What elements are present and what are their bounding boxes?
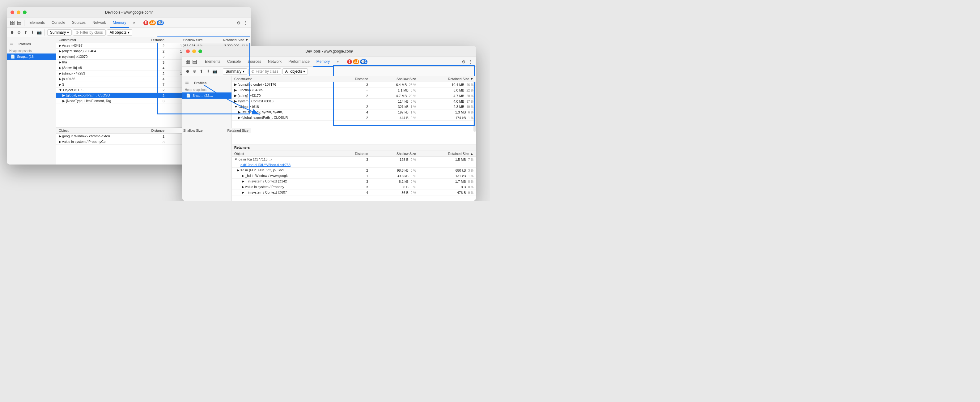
tab-sources-2[interactable]: Sources [245, 57, 264, 67]
th-retained-1: Retained Size ▼ [205, 37, 251, 43]
all-objects-dropdown-2[interactable]: All objects ▾ [282, 69, 308, 75]
maximize-button-2[interactable] [199, 49, 202, 53]
record-icon-2[interactable]: ⏺ [185, 69, 190, 74]
svg-rect-13 [193, 60, 197, 62]
tab-network-2[interactable]: Network [265, 57, 285, 67]
cell-retained: 2.3 MB 10 % [418, 104, 476, 110]
table-row[interactable]: ▶ value in system / Property 3 0 B 0 % 0… [232, 184, 476, 190]
cell-distance: 2 [140, 54, 167, 60]
table-row[interactable]: ▶ Xd in {FOc, H0a, VC, jo, Sbd 2 98.3 kB… [232, 168, 476, 173]
tab-network-1[interactable]: Network [89, 18, 109, 28]
sidebar-adjust-icon-2[interactable]: Profiles [182, 78, 231, 87]
table-row[interactable]: ▶ _ in system / Context @142 3 8.2 kB 0 … [232, 179, 476, 184]
devtools-window-2: DevTools - www.google.com/ Elements Cons… [182, 46, 476, 201]
svg-rect-1 [13, 21, 14, 22]
cell-constructor: ▶ (object shape) ×30404 [56, 49, 140, 54]
svg-rect-12 [188, 62, 190, 64]
stop-icon-1[interactable]: ⊘ [16, 30, 22, 35]
table-row[interactable]: ▶ _hd in Window / www.google 1 39.8 kB 0… [232, 173, 476, 179]
table-row[interactable]: c,dt10nd,eHDfl,YV5bee,d,csi:753 [232, 162, 476, 168]
svg-rect-5 [17, 23, 21, 25]
all-objects-label-2: All objects [285, 69, 302, 73]
tab-sources-1[interactable]: Sources [69, 18, 89, 28]
th-ret-object-2: Object [232, 151, 337, 157]
more-icon-1[interactable]: ⋮ [242, 20, 248, 26]
svg-rect-10 [188, 60, 190, 62]
panel2-icon-1[interactable] [16, 20, 22, 26]
window-controls-2 [186, 49, 202, 53]
table-row[interactable]: ▶ Function ×34385 – 1.1 MB 5 % 5.0 MB 22… [232, 88, 476, 93]
th-distance-1[interactable]: Distance [140, 37, 167, 43]
table-row[interactable]: ▶ system / Context ×3013 – 114 kB 0 % 4.… [232, 99, 476, 104]
cell-object: ▶ value in system / Property [232, 184, 337, 190]
tab-more-2[interactable]: » [334, 57, 342, 67]
cell-distance: 2 [140, 93, 167, 98]
th-distance-2[interactable]: Distance [337, 76, 371, 82]
table-row[interactable]: ▶ _ in system / Context @607 4 36 B 0 % … [232, 190, 476, 195]
filter-label-2: Filter by class [256, 69, 278, 73]
table-row[interactable]: ▶ (compiled code) ×107176 3 6.4 MB 28 % … [232, 82, 476, 88]
th-ret-shallow-2: Shallow Size [371, 151, 418, 157]
panel-icon-2[interactable] [185, 59, 191, 65]
download-icon-1[interactable]: ⬇ [30, 30, 35, 35]
cell-object: ▶ _ in system / Context @142 [232, 179, 337, 184]
cell-distance: 2 [140, 71, 167, 77]
sort-icon-2: ▼ [470, 77, 474, 81]
cell-shallow: 114 kB 0 % [371, 99, 418, 104]
warning-count-1: ⚠ 9 [149, 21, 156, 26]
panel2-icon-2[interactable] [192, 59, 198, 65]
summary-dropdown-2[interactable]: Summary ▾ [223, 69, 247, 75]
cell-distance: 3 [337, 157, 371, 162]
table-row[interactable]: ▼ Object ×1618 2 321 kB 1 % 2.3 MB 10 % [232, 104, 476, 110]
snapshot-item-1[interactable]: 📄 Snap... (16.... [7, 54, 56, 60]
snapshot-item-2[interactable]: 📄 Snap... (22.... [182, 93, 231, 99]
table-row[interactable]: ▶ (string) ×43170 2 4.7 MB 20 % 4.7 MB 2… [232, 93, 476, 99]
close-button-1[interactable] [11, 11, 14, 14]
tab-elements-2[interactable]: Elements [202, 57, 223, 67]
sidebar-adjust-icon-1[interactable]: Profiles [7, 40, 56, 48]
tab-elements-1[interactable]: Elements [26, 18, 48, 28]
error-badge-1: 5 ⚠ 9 💬 2 [143, 21, 164, 26]
stop-icon-2[interactable]: ⊘ [192, 69, 197, 74]
more-icon-2[interactable]: ⋮ [467, 59, 474, 65]
table-row[interactable]: ▼ oa in lKa @177115 ▭ 3 128 B 0 % 1.5 MB… [232, 157, 476, 162]
scrollbar-2[interactable] [474, 76, 476, 132]
maximize-button-1[interactable] [23, 11, 27, 14]
snapshot-icon-2[interactable]: 📷 [212, 69, 218, 74]
th-shallow-1[interactable]: Shallow Size [167, 37, 205, 43]
tab-console-1[interactable]: Console [49, 18, 68, 28]
th-ret-distance-1: Distance [140, 128, 167, 134]
filter-input-2[interactable]: ⊙ Filter by class [248, 69, 281, 75]
th-shallow-2[interactable]: Shallow Size [371, 76, 418, 82]
settings-icon-2[interactable]: ⚙ [460, 59, 467, 65]
upload-icon-1[interactable]: ⬆ [23, 30, 29, 35]
filter-input-1[interactable]: ⊙ Filter by class [73, 29, 105, 35]
snapshot-doc-icon-1: 📄 [11, 54, 15, 59]
tab-memory-1[interactable]: Memory [110, 18, 129, 28]
download-icon-2[interactable]: ⬇ [205, 69, 211, 74]
cell-retained: 131 kB 1 % [418, 173, 476, 179]
upload-icon-2[interactable]: ⬆ [199, 69, 204, 74]
panel-icon-1[interactable] [9, 20, 16, 26]
tab-performance-2[interactable]: Performance [285, 57, 313, 67]
cell-retained: 5.0 MB 22 % [418, 88, 476, 93]
cell-shallow: 6.4 MB 28 % [371, 82, 418, 88]
cell-distance: 2 [337, 93, 371, 99]
summary-dropdown-1[interactable]: Summary ▾ [47, 29, 72, 35]
record-icon-1[interactable]: ⏺ [9, 30, 15, 35]
minimize-button-1[interactable] [17, 11, 21, 14]
tab-memory-2[interactable]: Memory [313, 57, 333, 67]
table-row[interactable]: ▶ {sy1fu, sy2ly, sy39n, sy4fm, 4 197 kB … [232, 110, 476, 115]
all-objects-dropdown-1[interactable]: All objects ▾ [107, 29, 133, 35]
cell-shallow: 197 kB 1 % [371, 110, 418, 115]
tab-console-2[interactable]: Console [224, 57, 244, 67]
tab-more-1[interactable]: » [130, 18, 138, 28]
cell-link[interactable]: c,dt10nd,eHDfl,YV5bee,d,csi:753 [232, 162, 476, 168]
settings-icon-1[interactable]: ⚙ [235, 20, 242, 26]
close-button-2[interactable] [186, 49, 190, 53]
profiles-label-1: Profiles [15, 41, 35, 47]
profiles-label-2: Profiles [190, 80, 210, 86]
snapshot-icon-1[interactable]: 📷 [37, 30, 42, 35]
table-row[interactable]: ▶ {global, exportPath_, CLOSUR 2 444 B 0… [232, 115, 476, 121]
minimize-button-2[interactable] [192, 49, 196, 53]
